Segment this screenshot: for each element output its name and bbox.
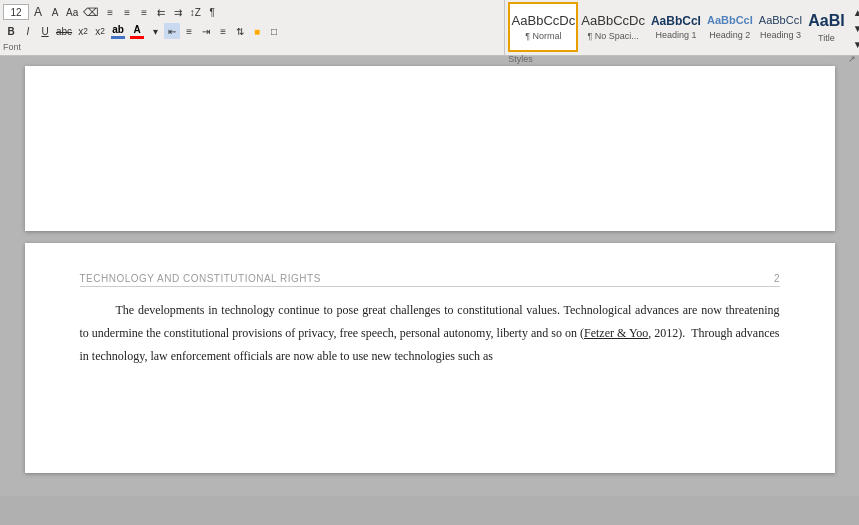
style-title-preview: AaBI bbox=[808, 11, 844, 30]
style-heading3[interactable]: AaBbCcI Heading 3 bbox=[756, 2, 805, 52]
multilevel-btn[interactable]: ≡ bbox=[136, 4, 152, 20]
superscript-btn[interactable]: x2 bbox=[92, 23, 108, 39]
style-nospace-preview: AaBbCcDc bbox=[581, 13, 645, 29]
style-nospace-label: ¶ No Spaci... bbox=[587, 31, 638, 41]
font-group: 12 A A Aa ⌫ ≡ ≡ ≡ ⇇ ⇉ ↕Z ¶ B I U abc x2 bbox=[0, 0, 505, 55]
highlight-btn[interactable]: ab bbox=[109, 22, 127, 40]
italic-btn[interactable]: I bbox=[20, 23, 36, 39]
style-title[interactable]: AaBI Title bbox=[805, 2, 847, 52]
page-1 bbox=[25, 66, 835, 231]
font-color-dropdown[interactable]: ▾ bbox=[147, 23, 163, 39]
style-h2-preview: AaBbCcI bbox=[707, 14, 753, 27]
underline-btn[interactable]: U bbox=[37, 23, 53, 39]
style-normal-preview: AaBbCcDc bbox=[512, 13, 576, 29]
body-text[interactable]: The developments in technology continue … bbox=[80, 299, 780, 367]
style-heading1[interactable]: AaBbCcI Heading 1 bbox=[648, 2, 704, 52]
line-spacing-btn[interactable]: ⇅ bbox=[232, 23, 248, 39]
expand-styles-btn[interactable]: ↗ bbox=[848, 54, 856, 64]
bold-btn[interactable]: B bbox=[3, 23, 19, 39]
style-normal-label: ¶ Normal bbox=[525, 31, 561, 41]
ribbon: 12 A A Aa ⌫ ≡ ≡ ≡ ⇇ ⇉ ↕Z ¶ B I U abc x2 bbox=[0, 0, 859, 56]
shrink-font-btn[interactable]: A bbox=[47, 4, 63, 20]
styles-group-label: Styles ↗ bbox=[508, 54, 856, 65]
page-header-title: TECHNOLOGY AND CONSTITUTIONAL RIGHTS bbox=[80, 273, 321, 284]
justify-btn[interactable]: ≡ bbox=[215, 23, 231, 39]
style-h2-label: Heading 2 bbox=[709, 30, 750, 40]
style-h3-preview: AaBbCcI bbox=[759, 14, 802, 27]
page-2-body: TECHNOLOGY AND CONSTITUTIONAL RIGHTS 2 T… bbox=[25, 243, 835, 473]
page-number: 2 bbox=[774, 273, 780, 284]
numbering-btn[interactable]: ≡ bbox=[119, 4, 135, 20]
page-2[interactable]: TECHNOLOGY AND CONSTITUTIONAL RIGHTS 2 T… bbox=[25, 243, 835, 473]
font-group-label: Font bbox=[3, 42, 501, 53]
border-btn[interactable]: □ bbox=[266, 23, 282, 39]
styles-scroll-down[interactable]: ▼ bbox=[850, 20, 859, 36]
style-nospace[interactable]: AaBbCcDc ¶ No Spaci... bbox=[578, 2, 648, 52]
increase-indent-btn[interactable]: ⇉ bbox=[170, 4, 186, 20]
bullets-btn[interactable]: ≡ bbox=[102, 4, 118, 20]
align-left-btn[interactable]: ⇤ bbox=[164, 23, 180, 39]
styles-more[interactable]: ▼ bbox=[850, 36, 859, 52]
font-color-btn[interactable]: A bbox=[128, 22, 146, 40]
font-size-input[interactable]: 12 bbox=[3, 4, 29, 20]
strikethrough-btn[interactable]: abc bbox=[54, 23, 74, 39]
style-normal[interactable]: AaBbCcDc ¶ Normal bbox=[508, 2, 578, 52]
clear-format-btn[interactable]: ⌫ bbox=[81, 4, 101, 20]
grow-font-btn[interactable]: A bbox=[30, 4, 46, 20]
style-heading2[interactable]: AaBbCcI Heading 2 bbox=[704, 2, 756, 52]
show-para-btn[interactable]: ¶ bbox=[204, 4, 220, 20]
page-1-content bbox=[25, 66, 835, 231]
document-area: TECHNOLOGY AND CONSTITUTIONAL RIGHTS 2 T… bbox=[0, 56, 859, 496]
style-title-label: Title bbox=[818, 33, 835, 43]
align-center-btn[interactable]: ≡ bbox=[181, 23, 197, 39]
decrease-indent-btn[interactable]: ⇇ bbox=[153, 4, 169, 20]
align-right-btn[interactable]: ⇥ bbox=[198, 23, 214, 39]
page-header: TECHNOLOGY AND CONSTITUTIONAL RIGHTS 2 bbox=[80, 273, 780, 287]
body-paragraph: The developments in technology continue … bbox=[80, 299, 780, 367]
style-h1-label: Heading 1 bbox=[655, 30, 696, 40]
sort-btn[interactable]: ↕Z bbox=[187, 4, 203, 20]
shading-btn[interactable]: ■ bbox=[249, 23, 265, 39]
style-h3-label: Heading 3 bbox=[760, 30, 801, 40]
subscript-btn[interactable]: x2 bbox=[75, 23, 91, 39]
styles-group: AaBbCcDc ¶ Normal AaBbCcDc ¶ No Spaci...… bbox=[505, 0, 859, 55]
change-case-btn[interactable]: Aa bbox=[64, 4, 80, 20]
citation-fetzer: Fetzer & Yoo bbox=[584, 326, 648, 340]
styles-scroll-up[interactable]: ▲ bbox=[850, 4, 859, 20]
style-h1-preview: AaBbCcI bbox=[651, 14, 701, 28]
styles-label: Styles bbox=[508, 54, 533, 64]
